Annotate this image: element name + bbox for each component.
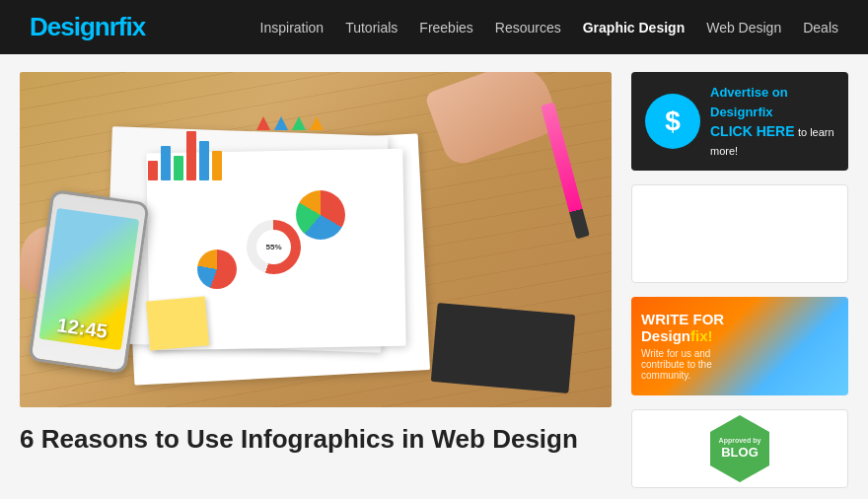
dark-folder [431,303,575,393]
nav-inspiration[interactable]: Inspiration [260,20,325,36]
ad-title-brand: Designrfix [710,105,773,119]
write-banner[interactable]: WRITE FOR Designfix! Write for us and co… [631,297,848,395]
nav-tutorials[interactable]: Tutorials [345,20,398,36]
ad-dollar-icon: $ [645,94,700,149]
ad-title-prefix: Advertise on [710,85,788,100]
logo-text-fix: fix [118,12,145,41]
main-layout: 12:45 6 Reasons to Use Infographics in W… [0,54,868,499]
write-text: WRITE FOR Designfix! Write for us and co… [641,312,724,381]
article-title[interactable]: 6 Reasons to Use Infographics in Web Des… [20,423,612,457]
ad-placeholder [631,184,848,283]
logo-text-design: Design [30,12,109,41]
write-sub1: Write for us and [641,348,724,359]
write-title: WRITE FOR Designfix! [641,312,724,344]
tri-blue [274,116,288,130]
write-title-line1: WRITE FOR [641,311,724,327]
desk-scene: 12:45 [20,72,612,407]
ad-click-here: CLICK HERE [710,123,795,139]
main-nav: Inspiration Tutorials Freebies Resources… [260,20,838,36]
tri-red [256,116,270,130]
nav-deals[interactable]: Deals [803,20,838,36]
chart-area [138,111,395,309]
nav-web-design[interactable]: Web Design [706,20,781,36]
logo-highlight: r [109,12,118,41]
blog-badge-box: Approved by BLOG [631,409,848,488]
badge-blog: BLOG [710,445,769,462]
pie-chart-main [296,190,345,240]
bar-chart [148,121,222,180]
write-sub3: community. [641,370,724,381]
featured-image[interactable]: 12:45 [20,72,612,407]
triangle-icons [256,116,324,130]
site-header: Designrfix Inspiration Tutorials Freebie… [0,0,868,54]
write-title-line2: Design [641,327,690,344]
nav-freebies[interactable]: Freebies [419,20,472,36]
ad-banner[interactable]: $ Advertise on Designrfix CLICK HERE to … [631,72,848,171]
badge-approved: Approved by [710,436,769,445]
sidebar: $ Advertise on Designrfix CLICK HERE to … [631,72,848,488]
ad-title: Advertise on Designrfix [710,83,834,121]
write-sub2: contribute to the [641,359,724,370]
pie-chart-small [197,250,237,289]
tri-orange [310,116,324,130]
donut-chart-55 [247,220,301,274]
ad-click: CLICK HERE to learn more! [710,121,834,160]
ad-text: Advertise on Designrfix CLICK HERE to le… [700,83,834,160]
hex-text: Approved by BLOG [710,436,769,462]
sticky-note [146,296,209,350]
site-logo[interactable]: Designrfix [30,12,145,42]
hexagon-badge: Approved by BLOG [705,419,774,478]
tri-green [292,116,306,130]
write-brand: fix! [690,327,713,344]
nav-graphic-design[interactable]: Graphic Design [583,20,685,36]
content-area: 12:45 6 Reasons to Use Infographics in W… [20,72,612,488]
nav-resources[interactable]: Resources [495,20,561,36]
